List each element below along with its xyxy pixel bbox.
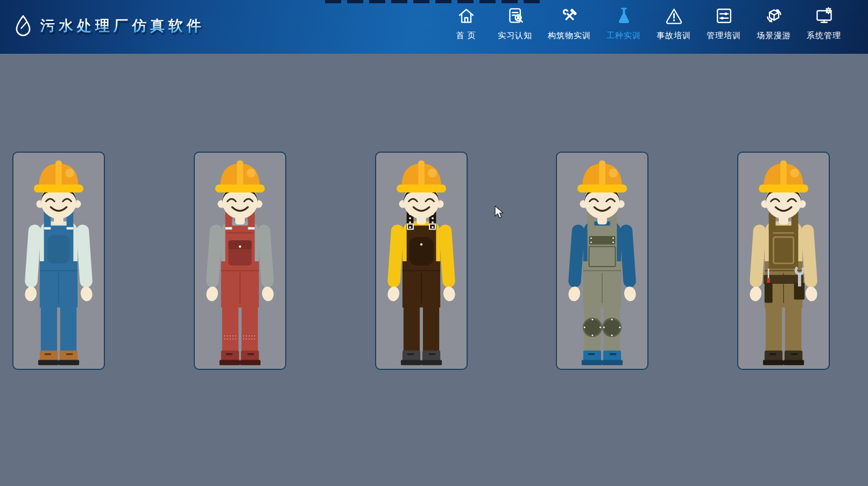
worker-figure-5 <box>738 153 829 369</box>
clipped-banner-remnant <box>325 0 545 3</box>
nav-item-scene-roaming[interactable]: 场景漫游 <box>757 5 791 41</box>
nav-item-label: 工种实训 <box>606 31 641 41</box>
main-nav: 首 页 实习认知 构筑物实训 工种实训 事故培训 管理培训 场景漫游 系统管理 <box>450 5 841 41</box>
character-card-worker-olive-overalls-blue-shirt[interactable] <box>556 152 648 370</box>
worker-figure-1 <box>13 153 104 369</box>
sliders-icon <box>712 5 736 26</box>
app-title: 污水处理厂仿真软件 <box>40 16 205 35</box>
character-card-worker-brown-overalls-yellow-shirt[interactable] <box>375 152 468 370</box>
nav-item-accident-training[interactable]: 事故培训 <box>657 5 691 41</box>
character-grid <box>0 54 868 486</box>
nav-item-job-type-training[interactable]: 工种实训 <box>606 5 641 41</box>
header-bar: 污水处理厂仿真软件 首 页 实习认知 构筑物实训 工种实训 事故培训 管理培训 … <box>0 0 868 54</box>
water-drop-icon <box>14 15 32 37</box>
warning-triangle-icon <box>662 5 686 26</box>
character-card-worker-khaki-overalls-toolbelt[interactable] <box>737 152 830 370</box>
document-search-icon <box>503 5 527 26</box>
worker-figure-4 <box>557 153 647 369</box>
monitor-gear-icon <box>812 5 836 26</box>
character-card-worker-red-overalls[interactable] <box>194 152 286 370</box>
brand: 污水处理厂仿真软件 <box>14 15 205 37</box>
home-icon <box>454 5 478 26</box>
nav-item-internship-cognition[interactable]: 实习认知 <box>498 5 532 41</box>
nav-item-label: 首 页 <box>456 31 476 41</box>
nav-item-label: 管理培训 <box>707 31 741 41</box>
cube-3d-icon <box>762 5 786 26</box>
nav-item-structure-training[interactable]: 构筑物实训 <box>548 5 591 41</box>
worker-figure-2 <box>195 153 285 369</box>
nav-item-label: 场景漫游 <box>757 31 791 41</box>
nav-item-label: 构筑物实训 <box>548 31 591 41</box>
hammer-wrench-icon <box>558 5 581 26</box>
character-card-worker-blue-overalls[interactable] <box>12 152 105 370</box>
nav-item-management-training[interactable]: 管理培训 <box>707 5 741 41</box>
nav-item-home[interactable]: 首 页 <box>450 5 482 41</box>
worker-figure-3 <box>376 153 467 369</box>
flask-icon <box>612 5 636 26</box>
nav-item-label: 实习认知 <box>498 31 532 41</box>
nav-item-label: 系统管理 <box>807 31 841 41</box>
nav-item-system-management[interactable]: 系统管理 <box>807 5 841 41</box>
nav-item-label: 事故培训 <box>657 31 691 41</box>
